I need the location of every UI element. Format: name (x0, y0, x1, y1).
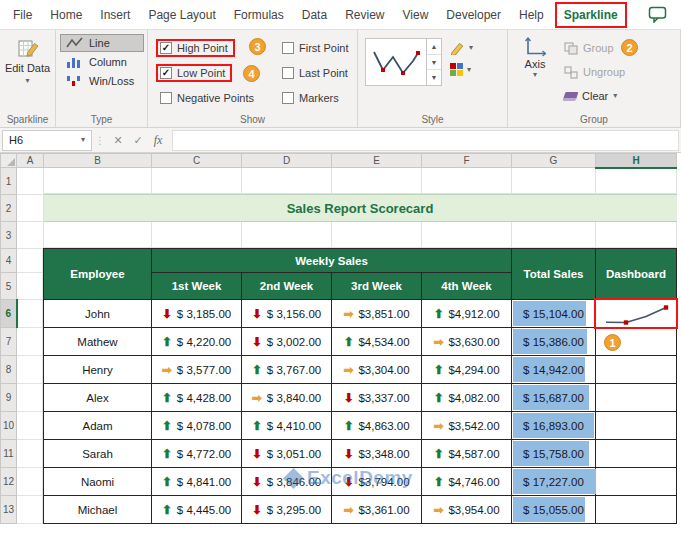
row-header[interactable]: 8 (1, 356, 17, 384)
tab-data[interactable]: Data (293, 1, 336, 29)
sheet-cell[interactable] (17, 440, 44, 468)
sheet-cell[interactable] (512, 222, 596, 249)
total-sales-cell[interactable]: $ 15,386.00 (512, 328, 596, 356)
dashboard-cell[interactable] (596, 356, 677, 384)
week3-sales-cell[interactable]: ⬆$4,863.00 (332, 412, 422, 440)
week3-sales-cell[interactable]: ⬆$4,534.00 (332, 328, 422, 356)
sheet-cell[interactable] (17, 195, 44, 222)
formula-input[interactable] (172, 130, 679, 151)
week4-sales-cell[interactable]: ➡$3,630.00 (422, 328, 512, 356)
week2-sales-cell[interactable]: ⬇$ 3,051.00 (242, 440, 332, 468)
tab-file[interactable]: File (4, 1, 41, 29)
sheet-cell[interactable] (152, 168, 242, 195)
style-gallery-scrollbar[interactable]: ▲ ▼ ▼ (427, 38, 442, 86)
sheet-title-cell[interactable]: Sales Report Scorecard (44, 195, 677, 222)
week1-sales-cell[interactable]: ⬆$ 4,220.00 (152, 328, 242, 356)
checkbox-icon[interactable] (282, 67, 294, 79)
checkbox-markers[interactable]: Markers (278, 89, 360, 107)
employee-name-cell[interactable]: Mathew (44, 328, 152, 356)
week4-sales-cell[interactable]: ⬆$4,587.00 (422, 440, 512, 468)
week2-sales-cell[interactable]: ⬆$ 4,410.00 (242, 412, 332, 440)
tab-view[interactable]: View (394, 1, 438, 29)
row-header[interactable]: 6 (1, 300, 17, 328)
dashboard-cell[interactable] (596, 496, 677, 524)
column-header-B[interactable]: B (44, 154, 152, 168)
scroll-down-icon[interactable]: ▼ (427, 55, 441, 71)
employee-name-cell[interactable]: Henry (44, 356, 152, 384)
total-sales-cell[interactable]: $ 17,227.00 (512, 468, 596, 496)
table-header-employee[interactable]: Employee (44, 249, 152, 300)
marker-color-button[interactable]: ▾ (450, 63, 473, 76)
employee-name-cell[interactable]: Alex (44, 384, 152, 412)
table-header-week-3[interactable]: 3rd Week (332, 273, 422, 300)
tab-page-layout[interactable]: Page Layout (139, 1, 224, 29)
comments-button[interactable] (642, 4, 673, 25)
week3-sales-cell[interactable]: ⬇$3,348.00 (332, 440, 422, 468)
cancel-button[interactable]: ✕ (108, 134, 128, 147)
row-header[interactable]: 9 (1, 384, 17, 412)
sheet-cell[interactable] (422, 168, 512, 195)
column-type-button[interactable]: Column (60, 53, 144, 71)
row-header[interactable]: 13 (1, 496, 17, 524)
column-header-F[interactable]: F (422, 154, 512, 168)
employee-name-cell[interactable]: John (44, 300, 152, 328)
tab-review[interactable]: Review (336, 1, 393, 29)
column-header-A[interactable]: A (17, 154, 44, 168)
sheet-cell[interactable] (596, 222, 677, 249)
week4-sales-cell[interactable]: ➡$3,542.00 (422, 412, 512, 440)
table-header-week-2[interactable]: 2nd Week (242, 273, 332, 300)
winloss-type-button[interactable]: Win/Loss (60, 72, 144, 90)
sheet-cell[interactable] (17, 384, 44, 412)
enter-button[interactable]: ✓ (128, 134, 148, 147)
line-type-button[interactable]: Line (60, 34, 144, 52)
week2-sales-cell[interactable]: ⬇$ 3,002.00 (242, 328, 332, 356)
total-sales-cell[interactable]: $ 16,893.00 (512, 412, 596, 440)
week4-sales-cell[interactable]: ⬆$4,082.00 (422, 384, 512, 412)
week2-sales-cell[interactable]: ⬇$ 3,846.00 (242, 468, 332, 496)
total-sales-cell[interactable]: $ 14,942.00 (512, 356, 596, 384)
row-header-1[interactable]: 1 (1, 168, 17, 195)
checkbox-icon[interactable] (282, 92, 294, 104)
week3-sales-cell[interactable]: ⬇$3,794.00 (332, 468, 422, 496)
row-header[interactable]: 7 (1, 328, 17, 356)
total-sales-cell[interactable]: $ 15,758.00 (512, 440, 596, 468)
sheet-cell[interactable] (332, 168, 422, 195)
column-header-E[interactable]: E (332, 154, 422, 168)
table-header-weekly-sales[interactable]: Weekly Sales (152, 249, 512, 273)
sheet-cell[interactable] (596, 168, 677, 195)
sheet-cell[interactable] (17, 496, 44, 524)
week1-sales-cell[interactable]: ⬆$ 4,428.00 (152, 384, 242, 412)
table-header-total-sales[interactable]: Total Sales (512, 249, 596, 300)
week4-sales-cell[interactable]: ⬆$4,746.00 (422, 468, 512, 496)
week4-sales-cell[interactable]: ⬆$4,912.00 (422, 300, 512, 328)
row-header[interactable]: 11 (1, 440, 17, 468)
dashboard-cell[interactable]: 1 (596, 300, 677, 328)
table-header-week-4[interactable]: 4th Week (422, 273, 512, 300)
checkbox-first-point[interactable]: First Point (278, 39, 360, 57)
sheet-cell[interactable] (44, 168, 152, 195)
sheet-cell[interactable] (17, 273, 44, 300)
week1-sales-cell[interactable]: ⬆$ 4,841.00 (152, 468, 242, 496)
week1-sales-cell[interactable]: ⬆$ 4,445.00 (152, 496, 242, 524)
row-header-5[interactable]: 5 (1, 273, 17, 300)
row-header-3[interactable]: 3 (1, 222, 17, 249)
checkbox-icon[interactable] (160, 92, 172, 104)
select-all-corner[interactable] (1, 154, 17, 168)
row-header-2[interactable]: 2 (1, 195, 17, 222)
week1-sales-cell[interactable]: ➡$ 3,577.00 (152, 356, 242, 384)
row-header[interactable]: 12 (1, 468, 17, 496)
sheet-cell[interactable] (17, 168, 44, 195)
dashboard-cell[interactable] (596, 440, 677, 468)
checkbox-negative-points[interactable]: Negative Points (156, 89, 278, 107)
sheet-cell[interactable] (242, 168, 332, 195)
dashboard-cell[interactable] (596, 412, 677, 440)
column-header-H[interactable]: H (596, 154, 677, 168)
sheet-cell[interactable] (512, 168, 596, 195)
sheet-cell[interactable] (17, 328, 44, 356)
row-header[interactable]: 10 (1, 412, 17, 440)
sheet-cell[interactable] (17, 300, 44, 328)
dashboard-cell[interactable] (596, 468, 677, 496)
week4-sales-cell[interactable]: ⬆$4,294.00 (422, 356, 512, 384)
tab-home[interactable]: Home (41, 1, 91, 29)
week1-sales-cell[interactable]: ⬆$ 4,078.00 (152, 412, 242, 440)
